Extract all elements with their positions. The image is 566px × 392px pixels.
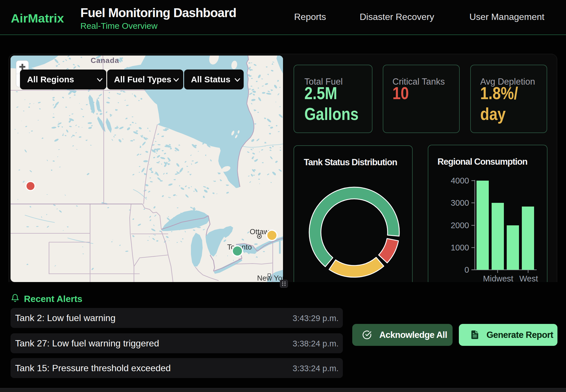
svg-text:Canada: Canada — [91, 56, 119, 65]
svg-text:1000: 1000 — [451, 243, 469, 252]
svg-text:3000: 3000 — [451, 198, 469, 207]
svg-text:4000: 4000 — [451, 176, 469, 185]
svg-text:0: 0 — [465, 265, 469, 274]
svg-text:2000: 2000 — [451, 221, 469, 230]
svg-text:New York: New York — [257, 274, 283, 282]
